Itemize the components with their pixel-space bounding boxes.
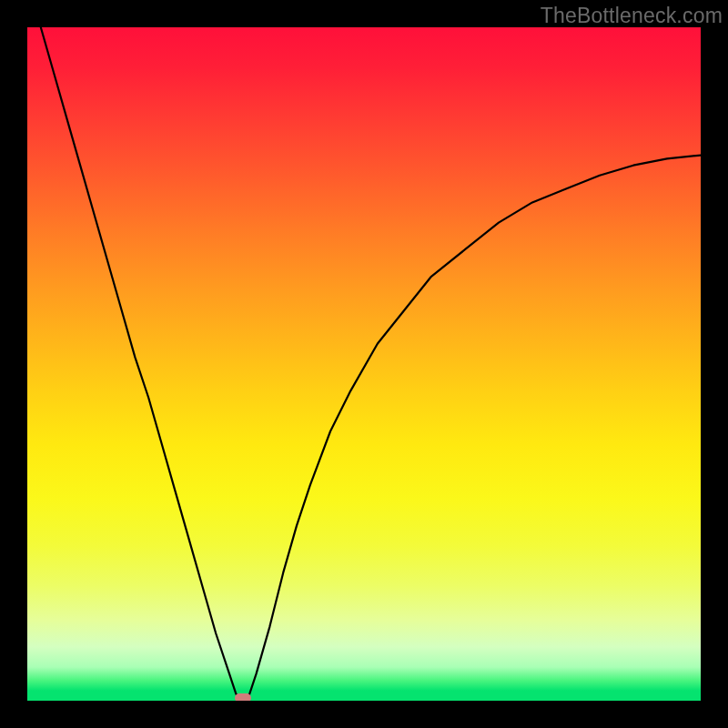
chart-frame: TheBottleneck.com [0,0,728,728]
plot-area [27,27,701,701]
bottleneck-curve [27,27,701,701]
watermark-text: TheBottleneck.com [541,4,723,28]
optimal-point-marker-icon [235,693,251,701]
